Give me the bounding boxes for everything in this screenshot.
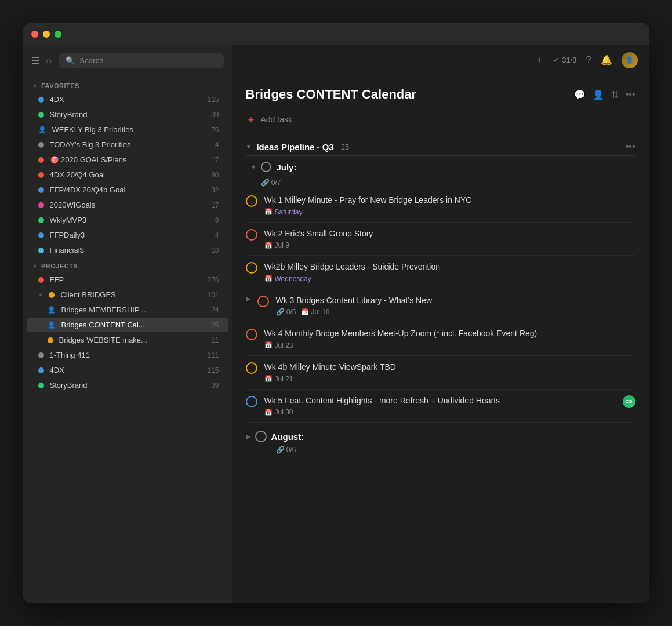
person-icon[interactable]: 👤 — [593, 89, 604, 100]
add-task-row[interactable]: ＋ Add task — [232, 109, 649, 136]
sidebar-item-bridges-website[interactable]: Bridges WEBSITE make... 11 — [27, 333, 228, 347]
task-wk1[interactable]: Wk 1 Milley Minute - Pray for New Bridge… — [246, 189, 635, 223]
sidebar-item-ffp[interactable]: FFP 276 — [27, 272, 228, 287]
projects-chevron-icon: ▼ — [32, 263, 38, 269]
financial-dot — [38, 248, 44, 253]
task-title: Wk 4b Milley Minute ViewSpark TBD — [264, 362, 635, 373]
sidebar-item-ffp-4dx[interactable]: FFP/4DX 20/Q4b Goal 32 — [27, 183, 228, 197]
sidebar-item-storybrand-proj[interactable]: StoryBrand 39 — [27, 378, 228, 392]
calendar-icon: 📅 — [301, 308, 309, 316]
client-bridges-dot — [49, 292, 55, 298]
sidebar-item-storybrand-fav[interactable]: StoryBrand 39 — [27, 107, 228, 122]
sidebar-item-label: 🎯 2020 GOALS/Plans — [50, 155, 127, 164]
wklymvp3-dot — [38, 217, 44, 223]
august-expand-icon[interactable]: ▶ — [246, 433, 250, 441]
task-date: 📅 Jul 23 — [264, 341, 293, 350]
task-wk3[interactable]: ▶ Wk 3 Bridges Content Library - What's … — [246, 289, 635, 323]
task-meta: 📅 Jul 21 — [264, 375, 635, 383]
august-subtask-count: 🔗 0/6 — [246, 446, 635, 454]
sidebar-item-label: StoryBrand — [50, 381, 88, 390]
add-icon[interactable]: ＋ — [535, 54, 544, 66]
sidebar-item-financial[interactable]: Financial$ 18 — [27, 243, 228, 257]
today-count: 4 — [215, 141, 219, 149]
task-wk5[interactable]: Wk 5 Feat. Content Highlights - more Ref… — [246, 390, 635, 423]
favorites-label: Favorites — [41, 82, 79, 89]
projects-section-header[interactable]: ▼ Projects — [23, 258, 232, 272]
task-content: Wk2b Milley Bridge Leaders - Suicide Pre… — [264, 261, 635, 283]
sidebar-item-1thing[interactable]: 1-Thing 411 111 — [27, 348, 228, 362]
task-wk4b[interactable]: Wk 4b Milley Minute ViewSpark TBD 📅 Jul … — [246, 356, 635, 390]
bell-icon[interactable]: 🔔 — [601, 54, 612, 65]
task-meta: 📅 Jul 23 — [264, 341, 635, 350]
subtask-icon: 🔗 — [261, 179, 270, 187]
minimize-button[interactable] — [43, 31, 50, 38]
4dx-q4-count: 80 — [211, 171, 219, 179]
calendar-icon: 📅 — [264, 341, 273, 349]
storybrand-proj-dot — [38, 383, 44, 388]
sidebar-item-4dx-proj[interactable]: 4DX 115 — [27, 363, 228, 377]
sidebar-item-2020wigoals[interactable]: 2020WIGoals 17 — [27, 198, 228, 212]
sidebar-item-today-big3[interactable]: TODAY's Big 3 Priorities 4 — [27, 137, 228, 152]
task-circle — [246, 195, 257, 207]
topbar: ＋ ✓ 31/3 ? 🔔 👤 — [232, 45, 649, 75]
august-name: August: — [271, 432, 304, 442]
add-task-label: Add task — [261, 115, 292, 124]
task-meta: 📅 Jul 30 — [264, 408, 616, 416]
ideas-pipeline-header[interactable]: ▼ Ideas Pipeline - Q3 25 ••• — [246, 136, 635, 156]
project-title: Bridges CONTENT Calendar — [246, 87, 565, 102]
task-meta: 🔗 0/5 📅 Jul 16 — [276, 308, 635, 316]
sidebar-item-label: WklyMVP3 — [50, 216, 87, 224]
task-content: Wk 4 Monthly Bridge Members Meet-Up Zoom… — [264, 328, 635, 350]
task-assignee-avatar: CG — [623, 395, 635, 408]
4dx-proj-dot — [38, 367, 44, 373]
task-wk4[interactable]: Wk 4 Monthly Bridge Members Meet-Up Zoom… — [246, 322, 635, 356]
sidebar-item-2020goals[interactable]: 🎯 2020 GOALS/Plans 17 — [27, 152, 228, 167]
search-bar[interactable]: 🔍 Search — [59, 53, 223, 68]
sidebar-item-client-bridges[interactable]: ▼ Client BRIDGES 101 — [27, 287, 228, 302]
task-title: Wk 2 Eric's Small Group Story — [264, 228, 635, 240]
check-count-button[interactable]: ✓ 31/3 — [553, 56, 576, 64]
sidebar-item-ffpdaily3[interactable]: FFPDaily3 4 — [27, 228, 228, 242]
close-button[interactable] — [31, 31, 38, 38]
section-count: 25 — [341, 143, 349, 151]
fullscreen-button[interactable] — [55, 31, 61, 38]
sidebar-item-label: FFP — [50, 275, 64, 284]
july-collapse-icon: ▼ — [250, 163, 257, 170]
more-icon[interactable]: ••• — [626, 89, 635, 100]
ffpdaily3-dot — [38, 232, 44, 238]
section-menu-icon[interactable]: ••• — [626, 141, 635, 152]
expand-icon[interactable]: ▶ — [246, 295, 250, 303]
sidebar-item-bridges-membership[interactable]: 👤 Bridges MEMBERSHIP ... 24 — [27, 303, 228, 317]
comment-icon[interactable]: 💬 — [574, 89, 586, 100]
subtask-count: 🔗 0/5 — [276, 308, 296, 316]
task-circle — [246, 329, 257, 340]
task-circle — [257, 296, 269, 307]
weekly-count: 76 — [211, 126, 219, 134]
task-date: 📅 Jul 21 — [264, 375, 293, 383]
task-wk2b[interactable]: Wk2b Milley Bridge Leaders - Suicide Pre… — [246, 256, 635, 289]
sidebar-item-4dx-q4[interactable]: 4DX 20/Q4 Goal 80 — [27, 168, 228, 182]
sidebar-item-weekly-big3[interactable]: 👤 WEEKLY Big 3 Priorities 76 — [27, 122, 228, 137]
help-icon[interactable]: ? — [586, 55, 591, 65]
favorites-section-header[interactable]: ▼ Favorites — [23, 78, 232, 92]
august-subsection-header[interactable]: ▶ August: — [246, 423, 635, 446]
home-icon[interactable]: ⌂ — [46, 55, 52, 65]
sidebar-item-label: Bridges WEBSITE make... — [59, 336, 147, 344]
today-dot — [38, 142, 44, 148]
sidebar-item-4dx-fav[interactable]: 4DX 115 — [27, 92, 228, 107]
sidebar-item-label: 2020WIGoals — [50, 201, 96, 209]
user-avatar[interactable]: 👤 — [622, 52, 638, 68]
sidebar-item-label: FFP/4DX 20/Q4b Goal — [50, 185, 126, 194]
sidebar: ☰ ⌂ 🔍 Search ▼ Favorites 4DX 115 — [23, 45, 232, 603]
project-header: Bridges CONTENT Calendar 💬 👤 ⇅ ••• — [232, 75, 649, 109]
task-content: Wk 4b Milley Minute ViewSpark TBD 📅 Jul … — [264, 362, 635, 383]
sort-icon[interactable]: ⇅ — [611, 89, 619, 100]
task-wk2[interactable]: Wk 2 Eric's Small Group Story 📅 Jul 9 — [246, 223, 635, 256]
collapse-icon: ▼ — [246, 143, 252, 150]
calendar-icon: 📅 — [264, 375, 273, 383]
sidebar-item-wklymvp3[interactable]: WklyMVP3 9 — [27, 213, 228, 227]
sidebar-item-bridges-content-cal[interactable]: 👤 Bridges CONTENT Cal... 25 — [27, 318, 228, 332]
july-subsection-header[interactable]: ▼ July: — [246, 156, 635, 176]
task-meta: 📅 Saturday — [264, 208, 635, 216]
hamburger-icon[interactable]: ☰ — [31, 55, 39, 66]
